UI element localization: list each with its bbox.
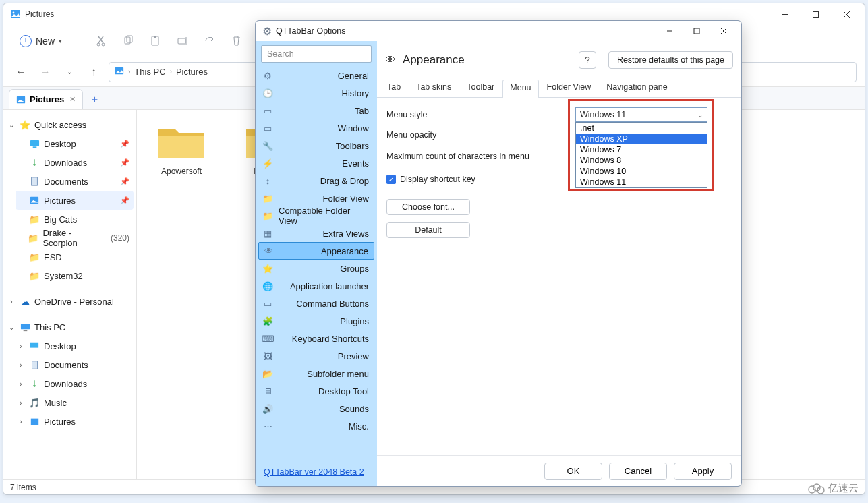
category-events[interactable]: ⚡Events — [256, 154, 377, 172]
choose-font-button[interactable]: Choose font... — [386, 199, 470, 215]
menu-style-select[interactable]: Windows 11 ⌄ — [575, 107, 707, 122]
copy-icon[interactable] — [118, 31, 138, 51]
breadcrumb-thispc[interactable]: This PC — [134, 67, 165, 77]
nav-documents[interactable]: Documents📌 — [16, 172, 134, 191]
forward-button[interactable]: → — [36, 63, 55, 82]
explorer-maximize-button[interactable] — [800, 3, 831, 25]
display-shortcut-checkbox[interactable]: ✓ Display shortcut key — [386, 175, 475, 184]
subtab-navigation-pane[interactable]: Navigation pane — [599, 79, 674, 97]
category-toolbars[interactable]: 🔧Toolbars — [256, 137, 377, 154]
nav-esd[interactable]: 📁ESD — [16, 247, 134, 266]
nav-quick-access[interactable]: ⌄ ⭐ Quick access — [6, 115, 134, 134]
category-command-buttons[interactable]: ▭Command Buttons — [256, 295, 377, 312]
dropdown-option[interactable]: Windows 7 — [576, 144, 707, 155]
ok-button[interactable]: OK — [544, 463, 602, 480]
menu-style-dropdown[interactable]: .netWindows XPWindows 7Windows 8Windows … — [575, 122, 707, 188]
nav-desktop[interactable]: Desktop📌 — [16, 134, 134, 153]
dropdown-option[interactable]: Windows 10 — [576, 166, 707, 177]
download-icon: ⭳ — [29, 378, 40, 389]
dropdown-option[interactable]: Windows 8 — [576, 155, 707, 166]
category-history[interactable]: 🕒History — [256, 84, 377, 102]
restore-defaults-button[interactable]: Restore defaults of this page — [608, 51, 733, 69]
category-sounds[interactable]: 🔊Sounds — [256, 400, 377, 417]
category-plugins[interactable]: 🧩Plugins — [256, 312, 377, 330]
dropdown-option[interactable]: Windows XP — [576, 134, 707, 144]
close-icon[interactable]: ✕ — [69, 95, 76, 104]
pin-icon: 📌 — [120, 158, 129, 167]
new-tab-button[interactable]: ＋ — [86, 90, 103, 108]
dialog-maximize-button[interactable] — [683, 22, 710, 40]
nav-onedrive[interactable]: ›☁OneDrive - Personal — [6, 292, 134, 311]
help-button[interactable]: ? — [579, 51, 596, 69]
category-tab[interactable]: ▭Tab — [256, 102, 377, 119]
nav-thispc[interactable]: ⌄This PC — [6, 318, 134, 336]
category-window[interactable]: ▭Window — [256, 119, 377, 137]
dropdown-option[interactable]: Windows 11 — [576, 177, 707, 187]
nav-label: Documents — [44, 360, 88, 370]
category-extra-views[interactable]: ▦Extra Views — [256, 225, 377, 242]
pictures-icon — [115, 66, 124, 78]
category-drag-drop[interactable]: ↕Drag & Drop — [256, 172, 377, 189]
category-misc-[interactable]: ⋯Misc. — [256, 417, 377, 435]
apply-button[interactable]: Apply — [674, 463, 732, 480]
plus-icon: + — [20, 35, 32, 47]
nav-bigcats[interactable]: 📁Big Cats — [16, 210, 134, 229]
paste-icon[interactable] — [145, 31, 165, 51]
explorer-minimize-button[interactable] — [769, 3, 800, 25]
nav-tp-documents[interactable]: ›Documents — [16, 355, 134, 374]
up-button[interactable]: ↑ — [84, 63, 103, 82]
version-link[interactable]: QTTabBar ver 2048 Beta 2 — [256, 461, 377, 486]
cut-icon[interactable] — [91, 31, 111, 51]
navigation-pane[interactable]: ⌄ ⭐ Quick access Desktop📌 ⭳Downloads📌 Do… — [3, 110, 137, 479]
subtab-folder-view[interactable]: Folder View — [540, 79, 599, 97]
rename-icon[interactable] — [172, 31, 192, 51]
default-button[interactable]: Default — [386, 222, 470, 238]
folder-icon: 📁 — [29, 214, 40, 225]
nav-drake[interactable]: 📁Drake - Scorpion (320) — [16, 229, 134, 247]
explorer-close-button[interactable] — [831, 3, 862, 25]
nav-tp-music[interactable]: ›🎵Music — [16, 393, 134, 412]
subtab-tab-skins[interactable]: Tab skins — [409, 79, 459, 97]
dialog-minimize-button[interactable] — [656, 22, 683, 40]
category-subfolder-menu[interactable]: 📂Subfolder menu — [256, 365, 377, 382]
subtab-tab[interactable]: Tab — [380, 79, 408, 97]
cancel-button[interactable]: Cancel — [609, 463, 667, 480]
folder-item[interactable]: Apowersoft — [149, 122, 214, 176]
checkbox-label: Display shortcut key — [400, 175, 475, 184]
chevron-down-history[interactable]: ⌄ — [60, 63, 79, 82]
nav-tp-downloads[interactable]: ›⭳Downloads — [16, 374, 134, 393]
subtab-menu[interactable]: Menu — [502, 80, 538, 98]
tab-pictures[interactable]: Pictures ✕ — [9, 89, 83, 109]
gear-icon: ⚙ — [262, 25, 272, 38]
category-folder-view[interactable]: 📁Folder View — [256, 189, 377, 207]
nav-tp-pictures[interactable]: ›Pictures — [16, 412, 134, 431]
category-groups[interactable]: ⭐Groups — [256, 260, 377, 277]
category-general[interactable]: ⚙General — [256, 67, 377, 84]
nav-pictures[interactable]: Pictures📌 — [16, 191, 134, 210]
category-application-launcher[interactable]: 🌐Application launcher — [256, 277, 377, 295]
category-compatible-folder-view[interactable]: 📁Compatible Folder View — [256, 207, 377, 225]
dialog-close-button[interactable] — [710, 22, 737, 40]
category-desktop-tool[interactable]: 🖥Desktop Tool — [256, 382, 377, 400]
breadcrumb-pictures[interactable]: Pictures — [176, 67, 208, 77]
category-preview[interactable]: 🖼Preview — [256, 347, 377, 365]
category-keyboard-shortcuts[interactable]: ⌨Keyboard Shortcuts — [256, 330, 377, 347]
cloud-icon: ☁ — [20, 296, 30, 307]
status-text: 7 items — [10, 483, 36, 492]
chevron-down-icon: ⌄ — [695, 109, 705, 120]
category-appearance[interactable]: 👁Appearance — [258, 242, 374, 260]
new-button[interactable]: + New ▾ — [13, 32, 69, 50]
nav-tp-desktop[interactable]: ›Desktop — [16, 336, 134, 355]
subtab-toolbar[interactable]: Toolbar — [459, 79, 502, 97]
search-input[interactable]: Search — [261, 45, 372, 63]
back-button[interactable]: ← — [11, 63, 30, 82]
share-icon[interactable] — [199, 31, 219, 51]
nav-label: System32 — [44, 271, 83, 281]
chevron-right-icon: › — [170, 68, 172, 76]
nav-system32[interactable]: 📁System32 — [16, 266, 134, 285]
dropdown-option[interactable]: .net — [576, 123, 707, 134]
category-label: General — [338, 71, 369, 81]
delete-icon[interactable] — [226, 31, 246, 51]
nav-downloads[interactable]: ⭳Downloads📌 — [16, 153, 134, 172]
dialog-titlebar[interactable]: ⚙ QTTabBar Options — [256, 21, 741, 41]
